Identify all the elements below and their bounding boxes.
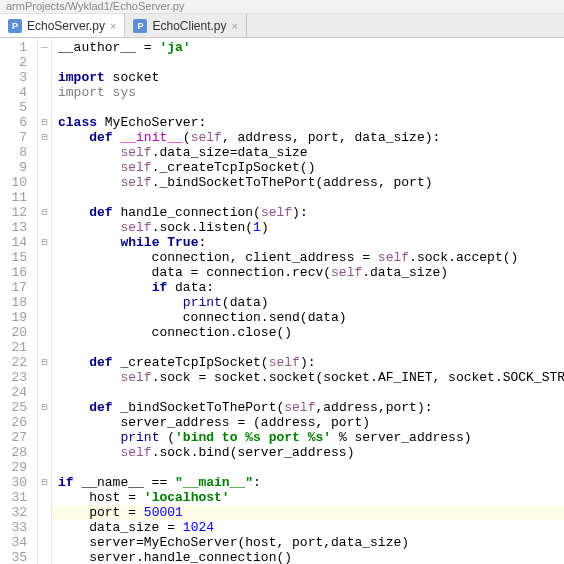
- line-number: 26: [0, 415, 37, 430]
- fold-marker[interactable]: ⊟: [38, 355, 51, 370]
- code-line[interactable]: [52, 55, 564, 70]
- code-line[interactable]: [52, 340, 564, 355]
- line-number: 4: [0, 85, 37, 100]
- fold-marker[interactable]: ⊟: [38, 400, 51, 415]
- fold-marker: [38, 295, 51, 310]
- fold-marker: [38, 415, 51, 430]
- code-line[interactable]: self.sock.bind(server_address): [52, 445, 564, 460]
- fold-marker[interactable]: ⊟: [38, 235, 51, 250]
- code-line[interactable]: def handle_connection(self):: [52, 205, 564, 220]
- line-number: 2: [0, 55, 37, 70]
- line-number: 29: [0, 460, 37, 475]
- fold-marker: [38, 490, 51, 505]
- fold-marker: [38, 325, 51, 340]
- code-line[interactable]: self._createTcpIpSocket(): [52, 160, 564, 175]
- fold-marker[interactable]: ⊟: [38, 130, 51, 145]
- code-line[interactable]: [52, 385, 564, 400]
- fold-marker: [38, 265, 51, 280]
- fold-marker: [38, 280, 51, 295]
- line-number: 10: [0, 175, 37, 190]
- python-file-icon: P: [133, 19, 147, 33]
- fold-marker: [38, 370, 51, 385]
- code-line[interactable]: class MyEchoServer:: [52, 115, 564, 130]
- code-line[interactable]: import socket: [52, 70, 564, 85]
- code-line[interactable]: print ('bind to %s port %s' % server_add…: [52, 430, 564, 445]
- python-file-icon: P: [8, 19, 22, 33]
- code-line[interactable]: def _bindSocketToThePort(self,address,po…: [52, 400, 564, 415]
- fold-marker: [38, 445, 51, 460]
- code-line[interactable]: while True:: [52, 235, 564, 250]
- code-line[interactable]: data = connection.recv(self.data_size): [52, 265, 564, 280]
- tab-label: EchoClient.py: [152, 19, 226, 33]
- fold-marker[interactable]: ⊟: [38, 115, 51, 130]
- fold-marker: [38, 55, 51, 70]
- code-line[interactable]: [52, 190, 564, 205]
- code-line[interactable]: print(data): [52, 295, 564, 310]
- code-line[interactable]: [52, 460, 564, 475]
- code-line[interactable]: connection, client_address = self.sock.a…: [52, 250, 564, 265]
- line-number: 14: [0, 235, 37, 250]
- line-number: 32: [0, 505, 37, 520]
- fold-marker: [38, 550, 51, 564]
- fold-marker: [38, 190, 51, 205]
- code-line[interactable]: connection.close(): [52, 325, 564, 340]
- tab-echoserver-py[interactable]: PEchoServer.py×: [0, 14, 125, 37]
- code-line[interactable]: self._bindSocketToThePort(address, port): [52, 175, 564, 190]
- fold-marker: [38, 310, 51, 325]
- fold-marker: [38, 430, 51, 445]
- code-line[interactable]: server=MyEchoServer(host, port,data_size…: [52, 535, 564, 550]
- line-number: 11: [0, 190, 37, 205]
- code-area[interactable]: __author__ = 'ja'import socketimport sys…: [52, 38, 564, 564]
- code-line[interactable]: def __init__(self, address, port, data_s…: [52, 130, 564, 145]
- fold-marker: [38, 250, 51, 265]
- code-line[interactable]: self.data_size=data_size: [52, 145, 564, 160]
- code-line[interactable]: [52, 100, 564, 115]
- code-line[interactable]: server.handle_connection(): [52, 550, 564, 564]
- close-icon[interactable]: ×: [110, 20, 116, 32]
- fold-marker: [38, 505, 51, 520]
- line-number: 27: [0, 430, 37, 445]
- line-number: 16: [0, 265, 37, 280]
- line-number: 5: [0, 100, 37, 115]
- line-number: 17: [0, 280, 37, 295]
- fold-marker: [38, 70, 51, 85]
- line-number: 1: [0, 40, 37, 55]
- line-number: 30: [0, 475, 37, 490]
- fold-marker: [38, 145, 51, 160]
- code-line[interactable]: if __name__ == "__main__":: [52, 475, 564, 490]
- code-line[interactable]: port = 50001: [52, 505, 564, 520]
- close-icon[interactable]: ×: [232, 20, 238, 32]
- line-number: 34: [0, 535, 37, 550]
- code-editor[interactable]: 1234567891011121314151617181920212223242…: [0, 38, 564, 564]
- code-line[interactable]: __author__ = 'ja': [52, 40, 564, 55]
- fold-marker[interactable]: ⊟: [38, 205, 51, 220]
- code-line[interactable]: def _createTcpIpSocket(self):: [52, 355, 564, 370]
- code-line[interactable]: data_size = 1024: [52, 520, 564, 535]
- code-line[interactable]: self.sock = socket.socket(socket.AF_INET…: [52, 370, 564, 385]
- line-number: 33: [0, 520, 37, 535]
- code-line[interactable]: server_address = (address, port): [52, 415, 564, 430]
- code-line[interactable]: self.sock.listen(1): [52, 220, 564, 235]
- fold-marker: [38, 100, 51, 115]
- fold-marker: [38, 520, 51, 535]
- line-number: 35: [0, 550, 37, 564]
- line-number: 12: [0, 205, 37, 220]
- fold-marker: [38, 535, 51, 550]
- line-number: 25: [0, 400, 37, 415]
- line-number: 28: [0, 445, 37, 460]
- code-line[interactable]: connection.send(data): [52, 310, 564, 325]
- line-number: 21: [0, 340, 37, 355]
- fold-marker: [38, 85, 51, 100]
- fold-marker: [38, 175, 51, 190]
- fold-marker[interactable]: —: [38, 40, 51, 55]
- code-line[interactable]: if data:: [52, 280, 564, 295]
- fold-marker[interactable]: ⊟: [38, 475, 51, 490]
- code-line[interactable]: host = 'localhost': [52, 490, 564, 505]
- tab-echoclient-py[interactable]: PEchoClient.py×: [125, 14, 246, 37]
- line-number: 18: [0, 295, 37, 310]
- fold-marker: [38, 460, 51, 475]
- fold-column: —⊟⊟⊟⊟⊟⊟⊟: [38, 38, 52, 564]
- code-line[interactable]: import sys: [52, 85, 564, 100]
- line-number: 24: [0, 385, 37, 400]
- fold-marker: [38, 220, 51, 235]
